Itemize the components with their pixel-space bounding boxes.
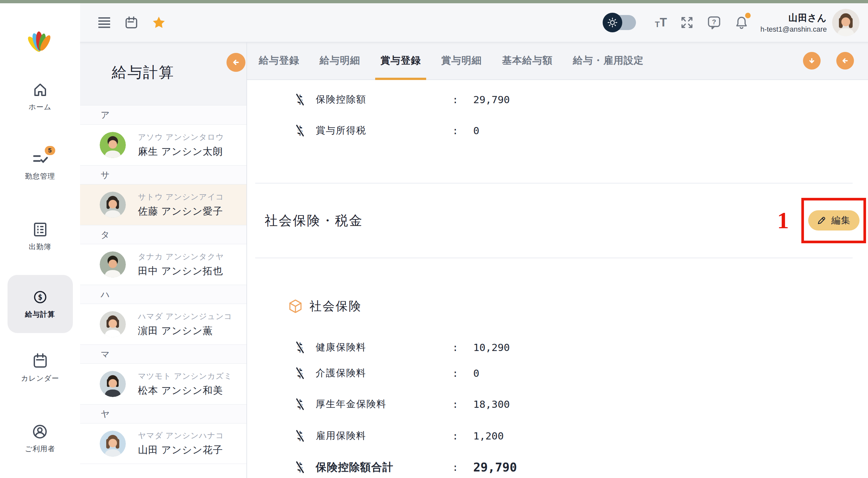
section-divider xyxy=(255,258,852,258)
amount-row: $ 賞与所得税 : 0 xyxy=(293,123,852,138)
annotation-box: 編集 xyxy=(801,198,866,243)
sidebar-item-label: ご利用者 xyxy=(25,444,55,454)
amount-value: 10,290 xyxy=(473,342,510,353)
panel-title: 給与計算 xyxy=(112,63,175,82)
employee-kana: マツモト アンシンカズミ xyxy=(138,371,232,381)
amount-row: $ 保険控除額 : 29,790 xyxy=(293,92,852,107)
employee-row[interactable]: タナカ アンシンタクヤ 田中 アンシン拓也 xyxy=(80,244,246,285)
employee-avatar xyxy=(100,132,126,158)
user-name: 山田さん xyxy=(761,12,827,24)
employee-name: 佐藤 アンシン愛子 xyxy=(138,205,224,218)
section-letter: ハ xyxy=(101,288,110,300)
sidebar-item-attendance-book[interactable]: 出勤簿 xyxy=(29,221,51,252)
fullscreen-icon[interactable] xyxy=(680,16,694,29)
social-insurance-header: 社会保険 xyxy=(288,299,852,314)
sidebar-item-label: カレンダー xyxy=(21,374,59,383)
amount-value: 1,200 xyxy=(473,430,504,442)
text-size-icon[interactable]: TT xyxy=(655,16,667,28)
tab-salary-employment-settings[interactable]: 給与・雇用設定 xyxy=(569,42,647,79)
employee-panel-header: 給与計算 xyxy=(80,42,246,105)
amount-label: 保険控除額 xyxy=(316,93,448,106)
sidebar-item-calendar[interactable]: カレンダー xyxy=(21,353,59,383)
employee-kana: アソウ アンシンタロウ xyxy=(138,132,224,142)
employee-kana: ハマダ アンシンジュンコ xyxy=(138,311,232,321)
annotation-number: 1 xyxy=(777,209,789,232)
employee-row[interactable]: ヤマダ アンシンハナコ 山田 アンシン花子 xyxy=(80,423,246,464)
favorite-star-icon[interactable] xyxy=(152,16,165,29)
tutorial-annotation: 1 編集 xyxy=(777,198,866,243)
section-divider xyxy=(255,183,852,183)
separator: : xyxy=(448,94,463,105)
amount-value: 0 xyxy=(473,367,479,379)
employee-name: 松本 アンシン和美 xyxy=(138,384,232,397)
employee-kana: ヤマダ アンシンハナコ xyxy=(138,430,224,441)
edit-button[interactable]: 編集 xyxy=(808,210,860,231)
employee-avatar xyxy=(100,311,126,337)
notification-dot xyxy=(745,13,751,18)
window-top-strip xyxy=(0,0,868,3)
sidebar-item-label: 勤怠管理 xyxy=(25,171,55,181)
section-title: 社会保険・税金 xyxy=(265,212,363,230)
employee-avatar xyxy=(100,192,126,218)
download-button[interactable] xyxy=(803,52,820,70)
list-section-header: タ xyxy=(80,225,246,244)
tab-base-salary[interactable]: 基本給与額 xyxy=(499,42,556,79)
employee-kana: サトウ アンシンアイコ xyxy=(138,192,224,202)
separator: : xyxy=(448,462,463,473)
amount-value: 29,790 xyxy=(473,94,510,105)
employee-row[interactable]: ハマダ アンシンジュンコ 濵田 アンシン薫 xyxy=(80,304,246,344)
payroll-dollar-icon: $ xyxy=(32,288,49,306)
menu-icon[interactable] xyxy=(98,16,111,28)
employee-panel: 給与計算 ア xyxy=(80,42,246,478)
amount-label: 雇用保険料 xyxy=(316,429,448,442)
help-icon[interactable]: ? xyxy=(707,15,721,30)
notifications-icon[interactable] xyxy=(734,15,749,30)
employee-row-selected[interactable]: サトウ アンシンアイコ 佐藤 アンシン愛子 xyxy=(80,184,246,225)
money-off-icon: $ xyxy=(293,367,307,380)
user-email: h-test1@anshin.care xyxy=(761,25,827,34)
sidebar-item-label: 給与計算 xyxy=(25,310,55,319)
employee-name: 麻生 アンシン太朗 xyxy=(138,145,224,158)
sidebar-item-label: ホーム xyxy=(28,102,51,112)
separator: : xyxy=(448,342,463,353)
sun-icon xyxy=(602,13,622,32)
list-section-header: ハ xyxy=(80,285,246,304)
app-logo xyxy=(25,24,55,54)
amount-label: 賞与所得税 xyxy=(316,124,448,137)
amount-label: 介護保険料 xyxy=(316,367,448,380)
tab-salary-detail[interactable]: 給与明細 xyxy=(316,42,364,79)
list-section-header: ヤ xyxy=(80,404,246,423)
amount-label: 厚生年金保険料 xyxy=(316,398,448,411)
amount-label: 保険控除額合計 xyxy=(316,460,448,475)
amount-row: $ 厚生年金保険料 : 18,300 xyxy=(293,397,852,412)
amount-row: $ 介護保険料 : 0 xyxy=(293,365,852,381)
employee-list: ア アソウ アンシンタロウ 麻生 アンシン太朗 xyxy=(80,105,246,478)
sidebar-item-payroll[interactable]: $ 給与計算 xyxy=(7,275,73,333)
tab-salary-register[interactable]: 給与登録 xyxy=(255,42,303,79)
sidebar-item-users[interactable]: ご利用者 xyxy=(25,423,55,454)
employee-avatar xyxy=(100,371,126,397)
user-info: 山田さん h-test1@anshin.care xyxy=(761,12,827,34)
sidebar-item-attendance[interactable]: 5 勤怠管理 xyxy=(25,150,55,181)
sidebar-item-label: 出勤簿 xyxy=(29,242,51,252)
employee-row[interactable]: マツモト アンシンカズミ 松本 アンシン和美 xyxy=(80,364,246,404)
section-letter: ヤ xyxy=(101,408,110,420)
theme-toggle[interactable] xyxy=(604,15,636,30)
employee-name: 田中 アンシン拓也 xyxy=(138,265,224,278)
tab-bonus-register[interactable]: 賞与登録 xyxy=(377,42,424,79)
employee-avatar xyxy=(100,251,126,277)
edit-button-label: 編集 xyxy=(831,214,851,227)
back-button[interactable] xyxy=(836,52,854,70)
user-avatar[interactable] xyxy=(832,9,860,36)
svg-text:$: $ xyxy=(38,293,42,301)
calendar-icon[interactable] xyxy=(125,16,138,29)
collapse-panel-button[interactable] xyxy=(226,53,245,72)
social-insurance-title: 社会保険 xyxy=(309,298,362,314)
employee-row[interactable]: アソウ アンシンタロウ 麻生 アンシン太朗 xyxy=(80,125,246,165)
tab-bonus-detail[interactable]: 賞与明細 xyxy=(438,42,485,79)
separator: : xyxy=(448,125,463,136)
calendar-icon xyxy=(32,353,49,370)
employee-kana: タナカ アンシンタクヤ xyxy=(138,251,224,262)
sidebar-item-home[interactable]: ホーム xyxy=(28,81,51,112)
section-letter: マ xyxy=(101,348,110,360)
